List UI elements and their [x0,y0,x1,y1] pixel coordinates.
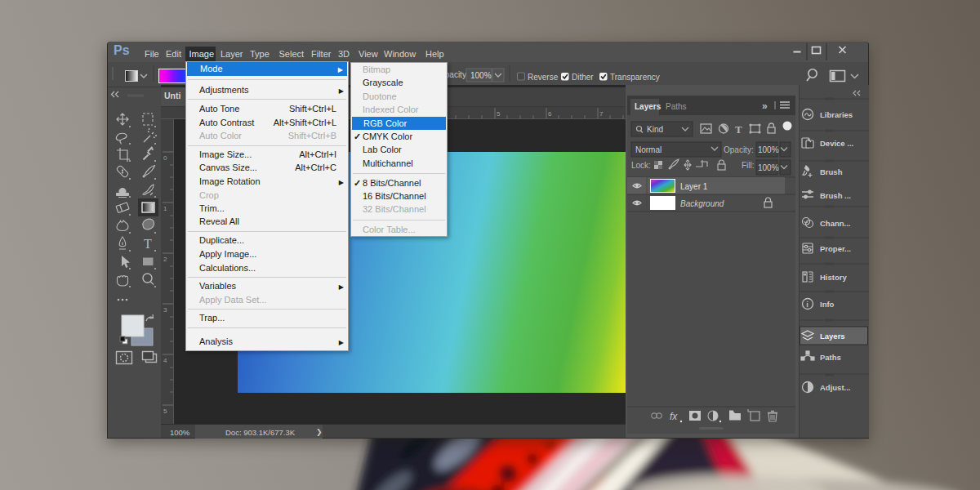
svg-text:6: 6 [548,110,552,118]
svg-text:Device ...: Device ... [820,139,853,148]
svg-text:4: 4 [163,357,167,364]
svg-text:Proper...: Proper... [820,244,851,253]
svg-text:Kind: Kind [647,125,663,134]
svg-text:Transparency: Transparency [610,73,660,82]
svg-text:0: 0 [163,154,167,162]
svg-text:5: 5 [163,408,167,415]
svg-text:T: T [144,237,152,251]
svg-text:Layer 1: Layer 1 [680,182,708,191]
svg-text:7: 7 [599,110,604,118]
svg-text:Info: Info [820,300,835,309]
svg-text:100%: 100% [470,71,492,80]
svg-text:Brush: Brush [820,167,843,176]
svg-text:Background: Background [680,199,724,208]
svg-text:Chann...: Chann... [820,219,850,228]
svg-text:Brush ...: Brush ... [820,191,851,200]
svg-text:Paths: Paths [666,102,687,111]
svg-text:Fill:: Fill: [742,161,755,170]
svg-text:Layers: Layers [635,102,662,111]
svg-text:fx: fx [670,411,678,422]
svg-text:5: 5 [497,110,501,118]
svg-text:T: T [735,123,742,136]
svg-text:3: 3 [163,306,167,314]
svg-text:Adjust...: Adjust... [820,383,850,392]
svg-text:Layers: Layers [820,332,845,341]
svg-text:2: 2 [163,256,167,263]
svg-text:i: i [806,301,808,309]
svg-text:Normal: Normal [635,145,662,154]
svg-text:Lock:: Lock: [631,161,651,170]
svg-text:Libraries: Libraries [820,110,853,119]
svg-text:History: History [820,273,847,282]
svg-text:Dither: Dither [572,73,594,82]
svg-text:Reverse: Reverse [528,73,559,82]
svg-text:100%: 100% [758,145,779,154]
svg-text:1: 1 [163,205,167,212]
svg-text:100%: 100% [758,163,779,172]
svg-text:»: » [762,100,768,112]
svg-text:Paths: Paths [820,353,841,362]
svg-text:Opacity:: Opacity: [724,145,754,154]
